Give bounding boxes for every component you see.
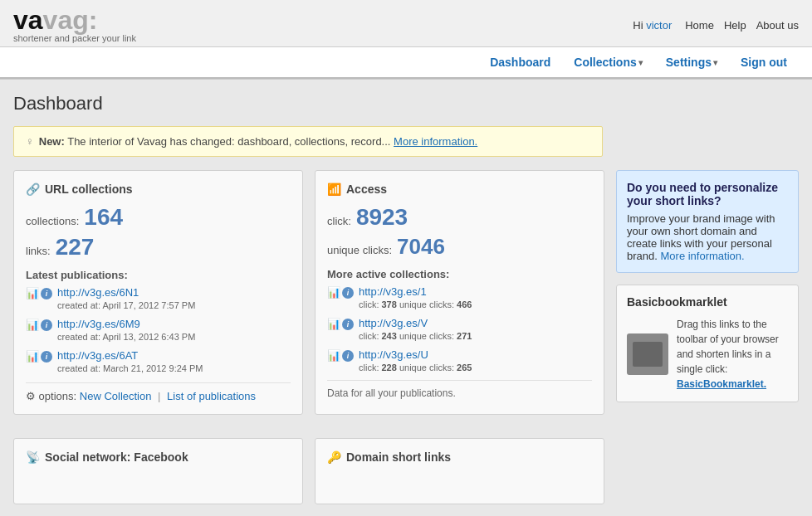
promo-title: Do you need to personalize your short li…	[627, 181, 788, 207]
links-stat: links: 227	[26, 234, 291, 260]
bookmarklet-title: Basicbookmarklet	[627, 295, 788, 309]
click-stat: click: 8923	[327, 204, 592, 231]
options-label: ⚙ options:	[26, 390, 80, 402]
page-title: Dashboard	[13, 93, 799, 114]
notification-banner: ♀ New: The interior of Vavag has changed…	[13, 126, 603, 157]
data-note: Data for all your publications.	[327, 380, 592, 399]
access-link-0[interactable]: http://v3g.es/1	[359, 285, 472, 298]
access-panel: 📶 Access click: 8923 unique clicks: 7046…	[315, 170, 604, 415]
access-chart-icon-1: 📊	[327, 318, 340, 330]
nav-settings[interactable]: Settings ▾	[654, 47, 729, 77]
access-info-icon-1: i	[342, 319, 354, 330]
bookmarklet-area: Drag this links to the toolbar of your b…	[627, 317, 788, 392]
unique-stat: unique clicks: 7046	[327, 234, 592, 260]
bookmarklet-link[interactable]: BasicBookmarklet.	[677, 378, 766, 390]
promo-card: Do you need to personalize your short li…	[616, 170, 799, 273]
publication-1: 📊 i http://v3g.es/6M9 created at: April …	[26, 318, 291, 343]
bookmarklet-card: Basicbookmarklet Drag this links to the …	[616, 285, 799, 402]
logo-subtext: shortener and packer your link	[13, 33, 136, 43]
list-publications-link[interactable]: List of publications	[167, 390, 256, 402]
nav-dashboard[interactable]: Dashboard	[478, 47, 562, 77]
latest-label: Latest publications:	[26, 269, 291, 281]
domain-icon: 🔑	[327, 450, 341, 464]
info-icon-0: i	[41, 288, 52, 299]
bookmarklet-icon	[627, 333, 668, 375]
help-link[interactable]: Help	[724, 19, 746, 32]
top-right: Hi victor Home Help About us	[633, 19, 799, 32]
info-icon-2: i	[41, 351, 52, 363]
content-area: 🔗 URL collections collections: 164 links…	[13, 170, 799, 504]
publication-0: 📊 i http://v3g.es/6N1 created at: April …	[26, 286, 291, 311]
left-column: 🔗 URL collections collections: 164 links…	[13, 170, 604, 504]
access-chart-icon-0: 📊	[327, 286, 340, 299]
access-link-1[interactable]: http://v3g.es/V	[359, 317, 472, 329]
active-label: More active collections:	[327, 268, 592, 280]
chart-icon-1: 📊	[26, 319, 39, 331]
pub-link-0[interactable]: http://v3g.es/6N1	[57, 286, 195, 299]
facebook-card: 📡 Social network: Facebook	[13, 438, 303, 504]
access-link-2[interactable]: http://v3g.es/U	[359, 348, 472, 361]
panels-row: 🔗 URL collections collections: 164 links…	[13, 170, 604, 415]
url-collections-panel: 🔗 URL collections collections: 164 links…	[13, 170, 303, 415]
main-nav: Dashboard Collections ▾ Settings ▾ Sign …	[0, 46, 812, 79]
about-link[interactable]: About us	[756, 19, 799, 32]
facebook-icon: 📡	[26, 450, 40, 464]
top-links: Home Help About us	[685, 19, 799, 32]
user-greeting: Hi victor	[633, 19, 672, 32]
access-title: 📶 Access	[327, 183, 592, 196]
url-collections-title: 🔗 URL collections	[26, 183, 291, 196]
access-chart-icon-2: 📊	[327, 349, 340, 362]
settings-arrow: ▾	[713, 58, 717, 67]
access-entry-1: 📊 i http://v3g.es/V click: 243 unique cl…	[327, 317, 592, 342]
promo-text: Improve your brand image with your own s…	[627, 212, 788, 262]
pub-link-1[interactable]: http://v3g.es/6M9	[57, 318, 195, 330]
pub-link-2[interactable]: http://v3g.es/6AT	[57, 349, 203, 362]
access-entry-2: 📊 i http://v3g.es/U click: 228 unique cl…	[327, 348, 592, 373]
notification-link[interactable]: More information.	[394, 135, 477, 148]
right-sidebar: Do you need to personalize your short li…	[616, 170, 799, 504]
collections-stat: collections: 164	[26, 204, 291, 231]
chart-icon-2: 📊	[26, 350, 39, 363]
publication-2: 📊 i http://v3g.es/6AT created at: March …	[26, 349, 291, 374]
nav-collections[interactable]: Collections ▾	[562, 47, 653, 77]
access-info-icon-0: i	[342, 287, 354, 299]
collections-arrow: ▾	[638, 58, 643, 67]
notification-icon: ♀	[26, 135, 34, 148]
access-icon: 📶	[327, 183, 341, 196]
domain-card: 🔑 Domain short links	[315, 438, 604, 504]
chart-icon-0: 📊	[26, 287, 39, 299]
home-link[interactable]: Home	[685, 19, 714, 32]
options-row: ⚙ options: New Collection | List of publ…	[26, 382, 291, 402]
username-link[interactable]: victor	[646, 19, 672, 32]
link-icon: 🔗	[26, 183, 40, 196]
nav-signout[interactable]: Sign out	[729, 47, 799, 77]
access-entry-0: 📊 i http://v3g.es/1 click: 378 unique cl…	[327, 285, 592, 310]
new-collection-link[interactable]: New Collection	[80, 390, 152, 402]
logo-area: vavag: shortener and packer your link	[13, 7, 136, 43]
main-content: Dashboard ♀ New: The interior of Vavag h…	[0, 80, 812, 516]
info-icon-1: i	[41, 319, 52, 331]
bookmarklet-text: Drag this links to the toolbar of your b…	[677, 317, 788, 392]
bottom-row: 📡 Social network: Facebook 🔑 Domain shor…	[13, 438, 604, 504]
logo: vavag:	[13, 7, 136, 33]
promo-link[interactable]: More information.	[661, 250, 745, 262]
access-info-icon-2: i	[342, 350, 354, 362]
